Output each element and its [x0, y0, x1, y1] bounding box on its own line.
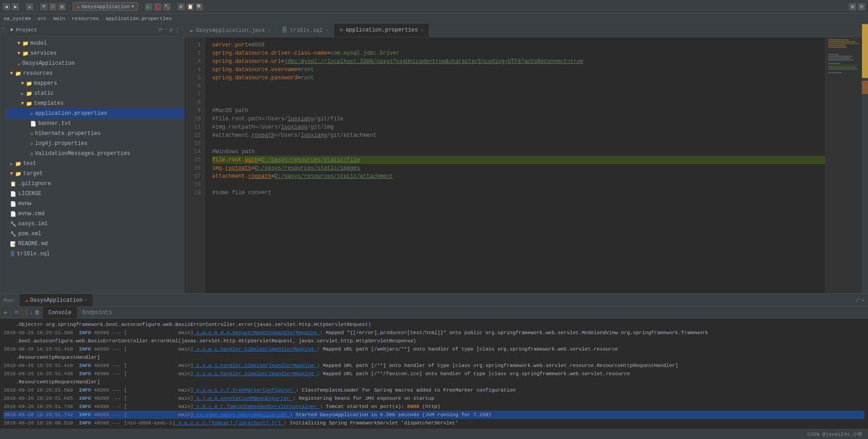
tree-item-readme[interactable]: 📝 README.md: [6, 239, 184, 249]
tree-item-mvnw-cmd[interactable]: 📄 mvnw.cmd: [6, 209, 184, 219]
subtab-endpoints[interactable]: Endpoints: [77, 307, 118, 318]
code-line-15: file.root.path=D:/oasys/resources/static…: [212, 156, 825, 164]
code-line-5: spring.datasource.password=root: [212, 74, 825, 82]
app-tab-label: OasysApplication: [30, 297, 83, 304]
collapse-icon[interactable]: −: [165, 26, 168, 33]
tab-app-properties[interactable]: ⚙ application.properties ✕: [334, 24, 430, 37]
more-icon[interactable]: ⋮: [175, 26, 180, 33]
subtab-console[interactable]: Console: [43, 307, 77, 318]
tree-item-sql[interactable]: 🗄 tr18lx.sql: [6, 249, 184, 259]
tab-oasys-java[interactable]: ☕ OasysApplication.java ✕: [184, 24, 276, 37]
build-button[interactable]: 🔨: [163, 3, 171, 10]
bottom-tab-oasys[interactable]: ☕ OasysApplication ✕: [20, 294, 92, 306]
log-class-link[interactable]: o.s.w.s.handler.SimpleUrlHandlerMapping: [193, 370, 317, 378]
toolbar-nav2[interactable]: □: [49, 3, 57, 10]
app-tab-icon: ☕: [25, 297, 28, 303]
breadcrumb-file[interactable]: application.properties: [106, 16, 172, 21]
close-bottom-icon[interactable]: ✕: [861, 297, 864, 303]
toolbar-nav3[interactable]: ⊞: [58, 3, 66, 10]
tab-sql[interactable]: 🗄 tr18lx.sql ✕: [276, 24, 334, 37]
tree-item-target[interactable]: ▼ 📁 target: [6, 169, 184, 179]
breadcrumb-main[interactable]: main: [53, 16, 65, 21]
stop-icon[interactable]: ⬛: [21, 309, 28, 316]
line-num-19: 19: [184, 189, 201, 197]
minimap-line: [828, 56, 852, 57]
code-line-11: #img.rootpath=/Users/luoxiang/git/img: [212, 123, 825, 131]
debug-button[interactable]: 🐞: [154, 3, 161, 10]
tree-item-log4j-properties[interactable]: ⚙ log4j.properties: [6, 139, 184, 149]
toolbar-sep1: [22, 3, 23, 10]
code-content[interactable]: server.port=8088 spring.datasource.drive…: [205, 37, 825, 293]
log-line-1: 2018-09-26 16:25:51.389 INFO 40396 --- […: [4, 329, 864, 337]
toolbar-forward[interactable]: ▶: [12, 3, 19, 10]
toolbar-right1[interactable]: ⊞: [849, 3, 856, 10]
tree-item-gitignore[interactable]: 📋 .gitignore: [6, 179, 184, 189]
tree-item-static[interactable]: ▶ 📁 static: [6, 88, 184, 98]
toolbar-right2[interactable]: ⊟: [858, 3, 865, 10]
tree-item-resources[interactable]: ▼ 📁 resources: [6, 68, 184, 78]
sidebar-project-icon[interactable]: 1: [1, 27, 5, 30]
toolbar-extra2[interactable]: 📋: [187, 3, 194, 10]
tab-close-prop[interactable]: ✕: [421, 27, 423, 33]
prop-file-icon: ⚙: [30, 151, 33, 157]
tree-item-hibernate-properties[interactable]: ⚙ hibernate.properties: [6, 129, 184, 139]
tab-sql-label: tr18lx.sql: [290, 27, 323, 34]
tree-item-services[interactable]: ▼ 📁 services: [6, 48, 184, 58]
log-class-link[interactable]: s.j.e.a.AnnotationMBeanExporter: [193, 394, 293, 403]
log-class-link[interactable]: s.b.c.e.t.TomcatEmbeddedServletContainer: [193, 403, 320, 411]
tree-item-application-properties[interactable]: ⚙ application.properties: [6, 108, 184, 119]
top-toolbar: ◀ ▶ ↺ ≡ □ ⊞ ☕ OasysApplication ▼ ▶ 🐞 🔨 ⚙…: [0, 0, 868, 14]
tree-item-test[interactable]: ▶ 📁 test: [6, 159, 184, 169]
xml-file-icon: 🔧: [10, 231, 16, 237]
tree-item-oasys-iml[interactable]: 🔧 oasys.iml: [6, 219, 184, 229]
scroll-end-icon[interactable]: ↓: [30, 310, 33, 316]
console-output[interactable]: .Object>> org.springframework.boot.autoc…: [0, 319, 868, 429]
run-config[interactable]: ☕ OasysApplication ▼: [73, 2, 138, 11]
expand-bottom-icon[interactable]: ⤢: [855, 297, 859, 303]
toolbar-extra1[interactable]: ⚙: [177, 3, 185, 10]
log-class-link[interactable]: o.s.w.s.handler.SimpleUrlHandlerMapping: [193, 362, 317, 370]
log-line-8: 2018-09-26 16:26:08.520 INFO 40396 --- […: [4, 419, 864, 427]
code-line-6: [212, 82, 825, 90]
breadcrumb-oa-system[interactable]: oa_system: [4, 16, 31, 21]
xml-file-icon: 🔧: [10, 221, 16, 227]
toolbar-nav1[interactable]: ≡: [40, 3, 47, 10]
rerun-icon[interactable]: ⟳: [15, 309, 19, 316]
folder-closed-icon: ▶: [10, 161, 13, 167]
toolbar-refresh[interactable]: ↺: [26, 3, 33, 10]
tree-item-model[interactable]: ▼ 📁 model: [6, 38, 184, 48]
tree-item-license[interactable]: 📄 LICENSE: [6, 189, 184, 199]
run-button[interactable]: ▶: [145, 3, 152, 10]
log-class-link[interactable]: o.s.w.s.v.f.FreeMarkerConfigurer: [193, 386, 296, 394]
log-class-started[interactable]: cn.gson.oasys.OasysApplication: [193, 411, 290, 419]
tree-header-actions: ⟳ − ⚙ ⋮: [158, 26, 180, 33]
tree-item-validation-properties[interactable]: ⚙ ValidationMessages.properties: [6, 149, 184, 159]
folder-open-icon: ▼: [21, 101, 24, 106]
tree-item-templates[interactable]: ▼ 📁 templates: [6, 98, 184, 108]
clear-icon[interactable]: 🗑: [35, 309, 40, 316]
minimap: [825, 37, 862, 293]
tree-item-banner[interactable]: 📄 banner.txt: [6, 119, 184, 129]
tab-close-sql[interactable]: ✕: [326, 28, 328, 33]
git-file-icon: 📋: [10, 181, 16, 187]
log-class-tomcat[interactable]: o.a.c.c.C.[Tomcat].[localhost].[/]: [175, 419, 284, 427]
java-tab-icon: ☕: [190, 27, 193, 34]
minimap-line: [828, 63, 840, 64]
sync-icon[interactable]: ⟳: [158, 26, 163, 33]
app-tab-close[interactable]: ✕: [84, 298, 87, 303]
minimap-line: [828, 43, 859, 44]
tree-item-oasys-app[interactable]: ☕ OasysApplication: [6, 58, 184, 68]
tree-item-mvnw[interactable]: 📄 mvnw: [6, 199, 184, 209]
log-class-link[interactable]: o.s.w.s.handler.SimpleUrlHandlerMapping: [193, 345, 317, 353]
tab-spacer: [429, 24, 862, 37]
tab-close-java[interactable]: ✕: [267, 28, 270, 33]
toolbar-back[interactable]: ◀: [3, 3, 10, 10]
tree-item-pom[interactable]: 🔧 pom.xml: [6, 229, 184, 239]
settings-icon[interactable]: ⚙: [170, 26, 173, 33]
log-class-link[interactable]: s.w.s.m.m.a.RequestMappingHandlerMapping: [193, 329, 320, 337]
breadcrumb-resources[interactable]: resources: [72, 16, 99, 21]
breadcrumb-src[interactable]: src: [37, 16, 47, 21]
tree-item-mappers[interactable]: ▼ 📁 mappers: [6, 78, 184, 88]
start-icon[interactable]: ▶: [4, 309, 7, 316]
toolbar-extra3[interactable]: 🔍: [196, 3, 203, 10]
